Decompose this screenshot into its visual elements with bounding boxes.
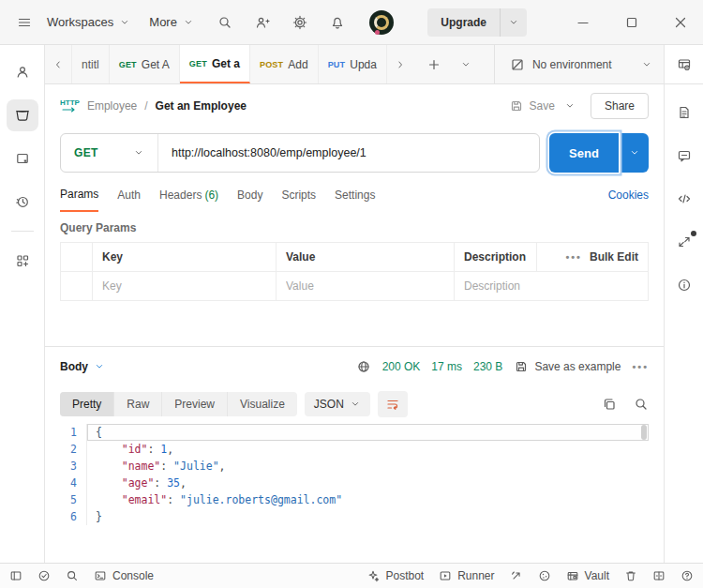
settings-button[interactable] bbox=[291, 13, 309, 32]
hamburger-menu-icon[interactable] bbox=[11, 9, 37, 36]
save-button[interactable]: Save bbox=[507, 95, 557, 117]
save-options-chevron-icon[interactable] bbox=[564, 100, 576, 112]
comments-button[interactable] bbox=[677, 148, 692, 163]
request-tab-get-a[interactable]: GET Get A bbox=[110, 45, 180, 83]
sidebar-item-history[interactable] bbox=[7, 186, 38, 218]
request-tab-get-an-employee[interactable]: GET Get a bbox=[180, 45, 250, 83]
split-pane-button[interactable] bbox=[652, 569, 666, 582]
info-button[interactable] bbox=[677, 278, 692, 293]
more-menu[interactable]: More bbox=[140, 9, 203, 35]
environment-selector[interactable]: No environment bbox=[494, 45, 664, 83]
line-number: 6 bbox=[60, 508, 86, 525]
save-as-example-button[interactable]: Save as example bbox=[514, 359, 621, 374]
window-minimize-button[interactable] bbox=[572, 11, 594, 34]
bulk-edit-button[interactable]: ••• Bulk Edit bbox=[537, 243, 648, 271]
window-close-button[interactable] bbox=[669, 11, 692, 34]
upgrade-dropdown[interactable] bbox=[500, 8, 527, 37]
new-tab-button[interactable] bbox=[419, 57, 449, 72]
vault-button[interactable]: Vault bbox=[566, 569, 609, 582]
help-button[interactable] bbox=[681, 569, 694, 582]
chevron-left-icon bbox=[52, 59, 64, 70]
toggle-sidebar-button[interactable] bbox=[9, 569, 22, 582]
checks-button[interactable] bbox=[37, 569, 51, 582]
code-lines: 1{2 "id": 1,3 "name": "Julie",4 "age": 3… bbox=[60, 424, 649, 525]
documentation-button[interactable] bbox=[677, 105, 692, 120]
copy-icon[interactable] bbox=[602, 397, 617, 412]
send-button[interactable]: Send bbox=[549, 133, 619, 173]
wrap-lines-button[interactable] bbox=[378, 391, 408, 417]
environment-quick-look-icon bbox=[677, 57, 692, 72]
notification-dot bbox=[691, 231, 696, 236]
code-snippet-button[interactable] bbox=[677, 191, 692, 206]
console-button[interactable]: Console bbox=[94, 569, 154, 582]
view-raw[interactable]: Raw bbox=[114, 392, 162, 416]
share-button[interactable]: Share bbox=[591, 93, 649, 119]
cookies-button[interactable] bbox=[538, 569, 551, 582]
gear-icon bbox=[292, 15, 307, 30]
method-selector[interactable]: GET bbox=[61, 134, 158, 172]
capture-requests-button[interactable] bbox=[510, 569, 523, 582]
avatar[interactable] bbox=[369, 10, 394, 35]
param-description-input[interactable] bbox=[464, 279, 528, 293]
view-visualize[interactable]: Visualize bbox=[228, 392, 297, 416]
response-body-editor[interactable]: 1{2 "id": 1,3 "name": "Julie",4 "age": 3… bbox=[60, 424, 649, 525]
breadcrumb-request-name[interactable]: Get an Employee bbox=[156, 99, 247, 113]
url-input[interactable] bbox=[158, 134, 539, 172]
profile-icon bbox=[15, 65, 30, 80]
row-select-cell[interactable] bbox=[61, 272, 93, 300]
response-time: 17 ms bbox=[431, 360, 462, 373]
scroll-tabs-left-button[interactable] bbox=[45, 45, 71, 83]
chevron-down-icon bbox=[350, 399, 361, 410]
param-value-input[interactable] bbox=[286, 279, 444, 293]
response-pane: Body 200 OK 17 ms 230 B Save as example … bbox=[45, 346, 664, 563]
response-more-options-button[interactable]: ••• bbox=[632, 361, 649, 372]
view-pretty[interactable]: Pretty bbox=[60, 392, 114, 416]
tab-settings[interactable]: Settings bbox=[335, 178, 375, 212]
request-tab-add[interactable]: POST Add bbox=[250, 45, 319, 83]
sidebar-item-new-block[interactable] bbox=[7, 245, 38, 277]
find-button[interactable] bbox=[66, 569, 79, 582]
trash-button[interactable] bbox=[624, 569, 637, 582]
network-globe-icon[interactable] bbox=[356, 359, 371, 374]
tab-body[interactable]: Body bbox=[237, 178, 262, 212]
response-toolbar: Pretty Raw Preview Visualize JSON bbox=[45, 386, 664, 422]
postbot-button[interactable]: Postbot bbox=[366, 569, 424, 582]
invite-button[interactable] bbox=[253, 13, 272, 32]
scroll-tabs-right-button[interactable] bbox=[387, 45, 413, 83]
param-key-input[interactable] bbox=[102, 279, 266, 293]
request-tab-untitled[interactable]: ntitl bbox=[71, 45, 110, 83]
query-params-table: Key Value Description ••• Bulk Edit bbox=[60, 242, 649, 301]
format-dropdown[interactable]: JSON bbox=[305, 392, 370, 416]
sidebar-item-profile[interactable] bbox=[7, 56, 38, 88]
response-body-dropdown[interactable]: Body bbox=[60, 360, 105, 373]
sidebar-item-collections[interactable] bbox=[7, 99, 38, 131]
scrollbar-thumb[interactable] bbox=[641, 425, 647, 440]
related-requests-button[interactable] bbox=[677, 234, 692, 249]
search-button[interactable] bbox=[216, 13, 234, 32]
search-icon bbox=[66, 569, 79, 582]
code-text: "age": 35, bbox=[86, 475, 649, 491]
cookies-link[interactable]: Cookies bbox=[608, 188, 649, 202]
tab-scripts[interactable]: Scripts bbox=[281, 178, 316, 212]
request-tab-update[interactable]: PUT Upda bbox=[319, 45, 387, 83]
view-preview[interactable]: Preview bbox=[162, 392, 228, 416]
sidebar-item-environments[interactable] bbox=[7, 143, 38, 174]
environment-quick-look-button[interactable] bbox=[677, 57, 692, 72]
status-badge: 200 OK bbox=[382, 360, 421, 373]
tab-params[interactable]: Params bbox=[60, 178, 98, 212]
tab-auth[interactable]: Auth bbox=[117, 178, 141, 212]
select-all-cell[interactable] bbox=[61, 243, 93, 271]
breadcrumb-collection[interactable]: Employee bbox=[87, 99, 137, 113]
chevron-down-icon bbox=[133, 147, 144, 158]
search-response-icon[interactable] bbox=[634, 397, 649, 412]
upgrade-button[interactable]: Upgrade bbox=[427, 8, 500, 37]
bell-icon bbox=[330, 15, 345, 30]
runner-button[interactable]: Runner bbox=[439, 569, 494, 582]
workspaces-menu[interactable]: Workspaces bbox=[37, 9, 140, 35]
send-options-button[interactable] bbox=[621, 133, 649, 173]
tab-headers[interactable]: Headers (6) bbox=[159, 178, 218, 212]
window-maximize-button[interactable] bbox=[621, 11, 643, 34]
tab-method: PUT bbox=[328, 60, 346, 69]
notifications-button[interactable] bbox=[328, 13, 347, 32]
tab-options-button[interactable] bbox=[453, 59, 479, 70]
